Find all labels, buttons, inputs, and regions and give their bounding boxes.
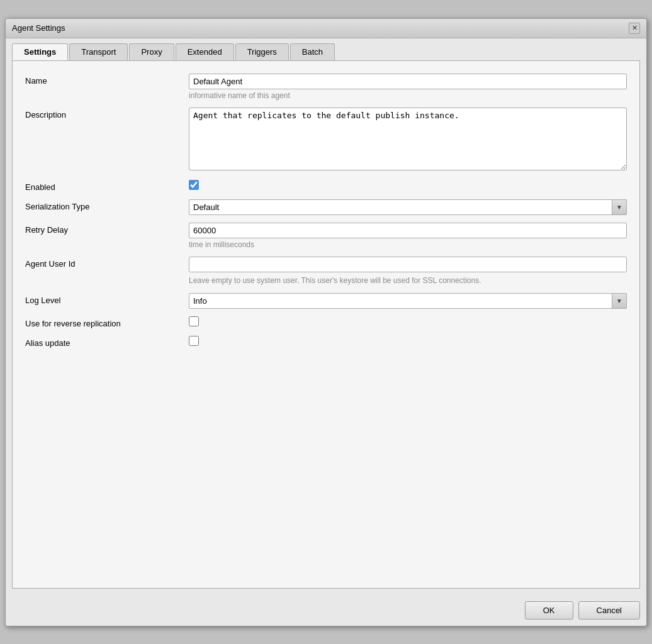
dialog-title: Agent Settings	[12, 23, 65, 33]
description-input[interactable]: Agent that replicates to the default pub…	[189, 108, 627, 170]
agent-user-id-control: Leave empty to use system user. This use…	[189, 257, 627, 286]
log-level-row: Log Level Info Debug Warn Error ▼	[25, 293, 627, 309]
name-label: Name	[25, 74, 189, 86]
reverse-replication-row: Use for reverse replication	[25, 316, 627, 328]
cancel-button[interactable]: Cancel	[578, 601, 640, 619]
tab-settings[interactable]: Settings	[12, 43, 68, 60]
reverse-replication-control	[189, 316, 627, 326]
retry-delay-control: time in milliseconds	[189, 223, 627, 249]
enabled-label: Enabled	[25, 180, 189, 192]
alias-update-row: Alias update	[25, 336, 627, 348]
description-control: Agent that replicates to the default pub…	[189, 108, 627, 172]
close-button[interactable]: ✕	[629, 23, 640, 34]
tab-extended[interactable]: Extended	[176, 43, 234, 60]
name-control: informative name of this agent	[189, 74, 627, 100]
agent-user-id-row: Agent User Id Leave empty to use system …	[25, 257, 627, 286]
enabled-control	[189, 180, 627, 190]
enabled-row: Enabled	[25, 180, 627, 192]
agent-user-id-hint: Leave empty to use system user. This use…	[189, 275, 627, 286]
name-hint: informative name of this agent	[189, 91, 627, 100]
tab-batch[interactable]: Batch	[290, 43, 335, 60]
agent-settings-dialog: Agent Settings ✕ Settings Transport Prox…	[5, 18, 647, 626]
log-level-label: Log Level	[25, 293, 189, 305]
reverse-replication-checkbox[interactable]	[189, 316, 199, 326]
retry-delay-row: Retry Delay time in milliseconds	[25, 223, 627, 249]
tab-proxy[interactable]: Proxy	[129, 43, 174, 60]
reverse-replication-label: Use for reverse replication	[25, 316, 189, 328]
retry-delay-hint: time in milliseconds	[189, 240, 627, 249]
log-level-control: Info Debug Warn Error ▼	[189, 293, 627, 309]
log-level-select[interactable]: Info Debug Warn Error	[189, 293, 627, 309]
settings-content: Name informative name of this agent Desc…	[12, 60, 640, 589]
alias-update-checkbox[interactable]	[189, 336, 199, 346]
serialization-row: Serialization Type Default XML JSON ▼	[25, 199, 627, 215]
ok-button[interactable]: OK	[525, 601, 573, 619]
serialization-control: Default XML JSON ▼	[189, 199, 627, 215]
title-bar: Agent Settings ✕	[6, 19, 646, 38]
retry-delay-label: Retry Delay	[25, 223, 189, 235]
serialization-select[interactable]: Default XML JSON	[189, 199, 627, 215]
enabled-checkbox[interactable]	[189, 180, 199, 190]
agent-user-id-input[interactable]	[189, 257, 627, 272]
alias-update-label: Alias update	[25, 336, 189, 348]
button-bar: OK Cancel	[6, 595, 646, 626]
description-row: Description Agent that replicates to the…	[25, 108, 627, 172]
description-label: Description	[25, 108, 189, 119]
name-row: Name informative name of this agent	[25, 74, 627, 100]
retry-delay-input[interactable]	[189, 223, 627, 238]
tab-transport[interactable]: Transport	[69, 43, 128, 60]
serialization-select-wrapper: Default XML JSON ▼	[189, 199, 627, 215]
log-level-select-wrapper: Info Debug Warn Error ▼	[189, 293, 627, 309]
agent-user-id-label: Agent User Id	[25, 257, 189, 269]
name-input[interactable]	[189, 74, 627, 89]
tabs-container: Settings Transport Proxy Extended Trigge…	[6, 38, 646, 60]
serialization-label: Serialization Type	[25, 199, 189, 211]
tab-triggers[interactable]: Triggers	[235, 43, 289, 60]
alias-update-control	[189, 336, 627, 346]
